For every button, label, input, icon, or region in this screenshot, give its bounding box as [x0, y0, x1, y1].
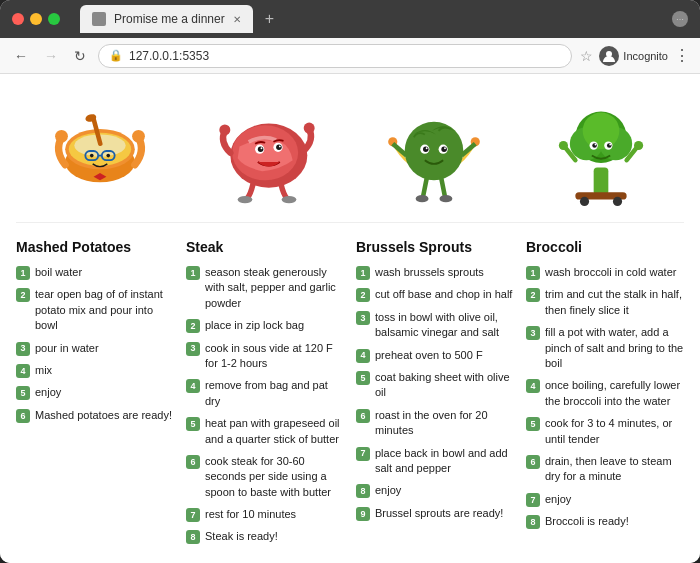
recipe-step: 8Broccoli is ready!	[526, 514, 684, 529]
recipe-step: 3toss in bowl with olive oil, balsamic v…	[356, 310, 514, 341]
svg-point-23	[303, 123, 314, 134]
bookmark-icon[interactable]: ☆	[580, 48, 593, 64]
step-number: 2	[186, 319, 200, 333]
mashed-potatoes-image	[40, 96, 160, 206]
svg-point-44	[612, 197, 621, 206]
recipe-step: 6roast in the oven for 20 minutes	[356, 408, 514, 439]
step-number: 6	[356, 409, 370, 423]
svg-point-22	[219, 124, 230, 135]
step-number: 2	[356, 288, 370, 302]
svg-point-13	[132, 130, 145, 143]
step-number: 6	[16, 409, 30, 423]
recipe-step: 1season steak generously with salt, pepp…	[186, 265, 344, 311]
step-number: 2	[16, 288, 30, 302]
svg-point-24	[237, 196, 252, 203]
step-number: 7	[356, 447, 370, 461]
recipe-title-3: Broccoli	[526, 239, 684, 255]
step-text: Broccoli is ready!	[545, 514, 629, 529]
window-control: ⋯	[672, 11, 688, 27]
page-content: Mashed Potatoes1boil water2tear open bag…	[0, 74, 700, 563]
step-text: once boiling, carefully lower the brocco…	[545, 378, 684, 409]
step-text: pour in water	[35, 341, 99, 356]
step-text: mix	[35, 363, 52, 378]
recipe-step: 3fill a pot with water, add a pinch of s…	[526, 325, 684, 371]
step-text: cook for 3 to 4 minutes, or until tender	[545, 416, 684, 447]
minimize-button[interactable]	[30, 13, 42, 25]
step-number: 1	[16, 266, 30, 280]
close-button[interactable]	[12, 13, 24, 25]
svg-point-26	[404, 122, 463, 181]
svg-point-30	[441, 146, 447, 152]
recipe-title-1: Steak	[186, 239, 344, 255]
step-text: enjoy	[35, 385, 61, 400]
step-text: wash broccoli in cold water	[545, 265, 676, 280]
recipe-column-1: Steak1season steak generously with salt,…	[186, 239, 344, 552]
recipe-step: 4mix	[16, 363, 174, 378]
step-number: 4	[16, 364, 30, 378]
recipe-step: 2trim and cut the stalk in half, then fi…	[526, 287, 684, 318]
step-number: 3	[16, 342, 30, 356]
recipe-step: 3pour in water	[16, 341, 174, 356]
svg-point-54	[609, 144, 611, 146]
step-text: place back in bowl and add salt and pepp…	[375, 446, 514, 477]
incognito-button[interactable]: Incognito	[599, 46, 668, 66]
tab-title: Promise me a dinner	[114, 12, 225, 26]
step-text: tear open bag of of instant potato mix a…	[35, 287, 174, 333]
step-text: trim and cut the stalk in half, then fin…	[545, 287, 684, 318]
recipe-step: 5cook for 3 to 4 minutes, or until tende…	[526, 416, 684, 447]
step-text: cut off base and chop in half	[375, 287, 512, 302]
recipe-step: 9Brussel sprouts are ready!	[356, 506, 514, 521]
address-bar[interactable]: 🔒 127.0.0.1:5353	[98, 44, 572, 68]
recipe-step: 1boil water	[16, 265, 174, 280]
forward-button[interactable]: →	[40, 46, 62, 66]
active-tab[interactable]: Promise me a dinner ✕	[80, 5, 253, 33]
step-number: 4	[526, 379, 540, 393]
step-text: preheat oven to 500 F	[375, 348, 483, 363]
svg-point-18	[257, 146, 263, 152]
step-text: fill a pot with water, add a pinch of sa…	[545, 325, 684, 371]
back-button[interactable]: ←	[10, 46, 32, 66]
step-text: roast in the oven for 20 minutes	[375, 408, 514, 439]
step-text: boil water	[35, 265, 82, 280]
incognito-icon	[599, 46, 619, 66]
step-number: 8	[186, 530, 200, 544]
step-text: wash brussels sprouts	[375, 265, 484, 280]
step-number: 3	[356, 311, 370, 325]
step-number: 7	[526, 493, 540, 507]
reload-button[interactable]: ↻	[70, 46, 90, 66]
recipe-step: 2cut off base and chop in half	[356, 287, 514, 302]
step-number: 8	[356, 484, 370, 498]
step-text: place in zip lock bag	[205, 318, 304, 333]
recipe-step: 1wash brussels sprouts	[356, 265, 514, 280]
recipe-step: 2place in zip lock bag	[186, 318, 344, 333]
svg-point-21	[278, 146, 280, 148]
browser-window: Promise me a dinner ✕ + ⋯ ← → ↻ 🔒 127.0.…	[0, 0, 700, 563]
svg-point-32	[444, 147, 446, 149]
tab-close-icon[interactable]: ✕	[233, 14, 241, 25]
step-number: 7	[186, 508, 200, 522]
maximize-button[interactable]	[48, 13, 60, 25]
svg-point-31	[425, 147, 427, 149]
step-text: coat baking sheet with olive oil	[375, 370, 514, 401]
step-number: 1	[526, 266, 540, 280]
recipe-step: 7rest for 10 minutes	[186, 507, 344, 522]
svg-point-52	[606, 143, 611, 148]
food-images-row	[16, 86, 684, 223]
step-text: Steak is ready!	[205, 529, 278, 544]
new-tab-button[interactable]: +	[257, 10, 282, 28]
recipe-step: 5heat pan with grapeseed oil and a quart…	[186, 416, 344, 447]
recipe-step: 6cook steak for 30-60 seconds per side u…	[186, 454, 344, 500]
recipes-grid: Mashed Potatoes1boil water2tear open bag…	[16, 239, 684, 552]
nav-bar: ← → ↻ 🔒 127.0.0.1:5353 ☆ Incognito ⋮	[0, 38, 700, 74]
step-text: heat pan with grapeseed oil and a quarte…	[205, 416, 344, 447]
step-text: enjoy	[375, 483, 401, 498]
recipe-column-3: Broccoli1wash broccoli in cold water2tri…	[526, 239, 684, 552]
recipe-step: 3cook in sous vide at 120 F for 1-2 hour…	[186, 341, 344, 372]
step-text: Mashed potatoes are ready!	[35, 408, 172, 423]
menu-button[interactable]: ⋮	[674, 46, 690, 65]
step-text: toss in bowl with olive oil, balsamic vi…	[375, 310, 514, 341]
step-number: 4	[356, 349, 370, 363]
tab-favicon	[92, 12, 106, 26]
step-number: 6	[186, 455, 200, 469]
step-text: cook in sous vide at 120 F for 1-2 hours	[205, 341, 344, 372]
